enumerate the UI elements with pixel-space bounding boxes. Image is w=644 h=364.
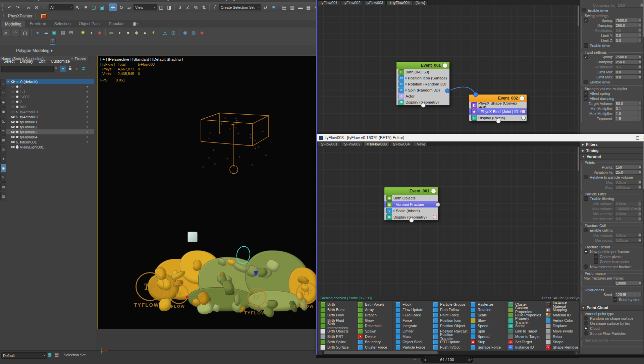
camera-icon[interactable]: ◆ — [96, 29, 103, 36]
palette-item-position-object[interactable]: Position Object — [430, 323, 468, 328]
explorer-row-1[interactable]: 1✳ — [6, 84, 94, 89]
spinner-control[interactable] — [638, 38, 642, 43]
operator-row-birth[interactable]: ▣Birth Objects — [384, 195, 438, 201]
menu-scripting[interactable]: Scripting — [219, 0, 235, 1]
visible-eye-icon[interactable] — [11, 126, 15, 128]
checkbox[interactable] — [594, 259, 598, 264]
param-value-field[interactable]: 1000000.0cm — [614, 206, 638, 211]
event-output-socket[interactable] — [496, 119, 501, 123]
expander-icon[interactable]: ▼ — [7, 80, 10, 83]
perspective-viewport[interactable]: [ + ] [Perspective ] [Standard ] [Defaul… — [97, 56, 317, 329]
checkbox[interactable] — [584, 228, 588, 232]
palette-item-limiter[interactable]: Limiter — [393, 328, 430, 334]
section-voronoi[interactable]: ▼Voronoi — [580, 154, 644, 160]
filter-funnel-icon[interactable] — [60, 66, 66, 72]
table-view-icon[interactable]: ⊞ — [67, 29, 75, 36]
forward-icon[interactable]: » — [470, 357, 473, 362]
checkbox[interactable] — [584, 196, 588, 201]
operator-row-scale[interactable]: ↘Scale (Inherit) — [384, 207, 438, 214]
palette-item-point-force[interactable]: Point Force — [430, 312, 468, 318]
param-value-field[interactable]: 0.0cm — [614, 211, 638, 216]
event-output-socket[interactable] — [421, 103, 426, 108]
spinner-control[interactable] — [638, 292, 642, 297]
operator-row-physx[interactable]: ◧PhysX Shape (Convex Hull) — [469, 102, 527, 108]
filter-xrefs-icon[interactable]: ◎ — [0, 145, 6, 154]
event-001-node-front[interactable]: Event_001▣Birth Objects▦Voronoi Fracture… — [384, 187, 438, 221]
input-port[interactable] — [473, 92, 478, 97]
spinner-control[interactable] — [638, 185, 642, 190]
param-value-field[interactable]: 10000 — [614, 281, 638, 286]
window-crossing-icon[interactable]: ▣ — [98, 3, 106, 11]
arc-tool-icon[interactable]: ◠ — [11, 29, 20, 37]
hidden-eye-icon[interactable] — [11, 106, 15, 108]
red-helper-icon[interactable]: ◆ — [198, 29, 206, 36]
param-value-field[interactable]: 7500.0 — [614, 54, 638, 59]
explorer-row-tyactor001[interactable]: ◺tyActor001✳ — [6, 109, 94, 114]
select-by-name-icon[interactable]: ≡ — [82, 3, 90, 11]
spinner-control[interactable] — [638, 216, 642, 221]
spinner-control[interactable] — [638, 28, 642, 33]
radio-button[interactable] — [584, 316, 588, 320]
select-object-icon[interactable]: ↖ — [74, 3, 82, 11]
palette-item-shape[interactable]: Shape — [543, 339, 580, 345]
palette-item-boundary[interactable]: Boundary — [355, 339, 392, 345]
param-value-field[interactable]: 80.0 — [614, 101, 638, 106]
palette-item-stop[interactable]: ■Stop — [468, 339, 505, 345]
hidden-eye-icon[interactable] — [11, 101, 15, 103]
minimize-button[interactable]: — — [623, 134, 633, 141]
node-header[interactable]: Event_001 — [396, 62, 449, 69]
explorer-row-vraylight001[interactable]: VRayLight001 — [6, 144, 94, 149]
filter-helpers-icon[interactable]: ◺ — [0, 117, 6, 125]
use-pivot-point-center-icon[interactable]: ◫ — [157, 3, 165, 11]
palette-item-resample[interactable]: Resample — [355, 323, 392, 328]
param-value-field[interactable]: 150 — [614, 165, 638, 170]
section-filters[interactable]: ▶Filters — [580, 141, 644, 147]
param-value-field[interactable]: 0.0cm — [614, 180, 638, 185]
operator-row-spin[interactable]: ↺Spin (Random 3D) — [396, 87, 449, 93]
event-001-node[interactable]: Event_001∷Birth (0-0: 50)⊡Position Icon … — [396, 61, 450, 106]
layers-icon[interactable]: ≣ — [80, 66, 87, 71]
align-icon[interactable]: ≡ — [270, 3, 277, 11]
operator-row-birth[interactable]: ∷Birth (0-0: 50) — [396, 69, 449, 75]
explorer-row-tyflow002[interactable]: tyFlow002✳ — [6, 124, 94, 129]
checkbox[interactable]: ✓ — [584, 91, 588, 96]
frozen-icon[interactable]: ✳ — [86, 140, 89, 144]
select-and-move-icon[interactable]: ✛ — [109, 3, 117, 11]
palette-item-instance-id[interactable]: IDInstance ID — [505, 345, 543, 350]
spinner-control[interactable] — [638, 101, 642, 106]
lamp-icon[interactable]: ✺ — [79, 29, 87, 36]
toolbar-grip[interactable] — [3, 13, 5, 19]
explorer-row-0-default-[interactable]: ▼≣0 (default) — [6, 79, 94, 84]
ribbon-tab-selection[interactable]: Selection — [50, 20, 74, 27]
checkbox[interactable]: ✓ — [613, 297, 617, 302]
frozen-icon[interactable]: ✳ — [86, 95, 89, 99]
spinner-control[interactable] — [638, 180, 642, 185]
graph-scrollbar[interactable] — [578, 5, 579, 134]
palette-item-surface-force[interactable]: Surface Force — [468, 345, 505, 350]
frozen-icon[interactable]: ✳ — [86, 135, 89, 139]
ribbon-config-icon[interactable]: ▣ ▾ — [129, 20, 142, 27]
palette-item-birth-intersections[interactable]: Birth Intersections — [318, 323, 355, 328]
selected-fragment[interactable] — [187, 232, 198, 242]
palette-item-birth-surface[interactable]: Birth Surface — [318, 345, 355, 350]
default-preset-combo[interactable]: Default▾ — [1, 352, 47, 359]
percent-snap-toggle-icon[interactable]: % — [192, 3, 200, 11]
voronoi-output-socket[interactable] — [436, 202, 440, 207]
menu-create[interactable]: Create — [60, 0, 72, 1]
palette-item-spread[interactable]: Spread — [468, 334, 505, 339]
operator-row-physx[interactable]: ◉PhysX Bind (Joint | ID: 0) — [469, 108, 527, 115]
visible-eye-icon[interactable] — [11, 131, 15, 133]
add-icon[interactable]: + — [74, 66, 80, 71]
radio-button[interactable] — [584, 331, 588, 336]
lock-icon[interactable] — [67, 66, 73, 71]
toggle-layer-explorer-icon[interactable]: ▥ — [288, 3, 296, 11]
spinner-control[interactable] — [638, 170, 642, 175]
filter-geometry-icon[interactable]: ○ — [0, 79, 6, 88]
filter-lights-icon[interactable]: ✺ — [0, 98, 6, 107]
graph-scrollbar[interactable] — [578, 146, 579, 295]
frozen-icon[interactable]: ✳ — [86, 85, 89, 88]
ribbon-tab-freeform[interactable]: Freeform — [26, 20, 50, 27]
hidden-eye-icon[interactable] — [11, 96, 15, 98]
unlink-selection-icon[interactable]: ⊘ — [33, 3, 40, 11]
checkbox[interactable] — [582, 8, 586, 12]
